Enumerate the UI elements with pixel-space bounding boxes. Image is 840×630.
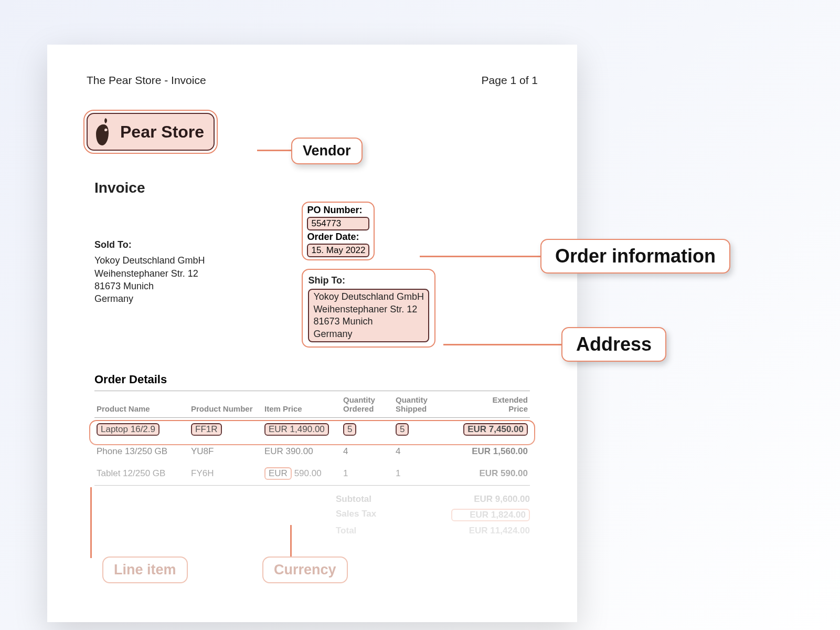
sold-to-label: Sold To: (94, 238, 205, 251)
connector-line (290, 525, 292, 556)
order-table: Product Name Product Number Item Price Q… (94, 391, 530, 486)
vendor-name: Pear Store (120, 122, 204, 142)
line-qty-ordered: 4 (341, 441, 394, 462)
sold-to-street: Weihenstephaner Str. 12 (94, 267, 205, 280)
tax-value: EUR 1,824.00 (451, 509, 530, 521)
ship-to-street: Weihenstephaner Str. 12 (313, 303, 423, 316)
page-indicator: Page 1 of 1 (482, 74, 538, 87)
order-date-value: 15. May 2022 (307, 244, 369, 257)
line-extended-price: EUR 590.00 (446, 462, 530, 485)
subtotal-label: Subtotal (336, 494, 420, 505)
vendor-callout: Vendor (291, 138, 363, 164)
currency-highlight: EUR (264, 467, 292, 480)
col-qty-shipped: QuantityShipped (394, 391, 446, 418)
table-row: Laptop 16/2.9 FF1R EUR 1,490.00 5 5 EUR … (94, 418, 530, 442)
connector-line (420, 256, 543, 257)
right-info-column: PO Number: 554773 Order Date: 15. May 20… (302, 207, 435, 348)
sold-to-country: Germany (94, 292, 205, 305)
line-extended-price: EUR 1,560.00 (446, 441, 530, 462)
order-info-block: PO Number: 554773 Order Date: 15. May 20… (302, 202, 435, 260)
col-product-name: Product Name (94, 391, 189, 418)
ship-to-country: Germany (313, 328, 423, 340)
line-item-price: EUR 390.00 (262, 441, 341, 462)
line-qty-shipped: 4 (394, 441, 446, 462)
table-row: Phone 13/250 GB YU8F EUR 390.00 4 4 EUR … (94, 441, 530, 462)
line-product-number: FY6H (189, 462, 262, 485)
col-extended-price: ExtendedPrice (446, 391, 530, 418)
vendor-logo-box: Pear Store (87, 113, 215, 151)
order-info-highlight: PO Number: 554773 Order Date: 15. May 20… (302, 202, 375, 260)
po-number-value: 554773 (307, 217, 369, 230)
subtotal-value: EUR 9,600.00 (451, 494, 530, 505)
line-qty-shipped: 5 (396, 423, 409, 436)
pear-icon (93, 117, 114, 146)
connector-line (90, 487, 92, 558)
order-details-section: Order Details Product Name Product Numbe… (94, 373, 530, 486)
ship-to-name: Yokoy Deutschland GmbH (313, 291, 423, 303)
sold-to-city: 81673 Munich (94, 280, 205, 292)
line-item-price: EUR 590.00 (262, 462, 341, 485)
sold-to-block: Sold To: Yokoy Deutschland GmbH Weihenst… (94, 238, 205, 305)
line-qty-ordered: 5 (343, 423, 356, 436)
total-label: Total (336, 526, 420, 536)
line-product-name: Phone 13/250 GB (94, 441, 189, 462)
line-extended-price: EUR 7,450.00 (463, 423, 528, 436)
line-item-callout: Line item (102, 556, 188, 583)
connector-line (443, 344, 564, 345)
line-product-name: Tablet 12/250 GB (94, 462, 189, 485)
order-info-callout: Order information (540, 239, 730, 274)
ship-to-label: Ship To: (308, 274, 429, 287)
invoice-page: The Pear Store - Invoice Page 1 of 1 Pea… (47, 45, 577, 622)
line-item-price: EUR 1,490.00 (264, 423, 329, 436)
currency-callout: Currency (262, 556, 348, 583)
table-row: Tablet 12/250 GB FY6H EUR 590.00 1 1 EUR… (94, 462, 530, 485)
col-qty-ordered: QuantityOrdered (341, 391, 394, 418)
connector-line (257, 150, 294, 151)
ship-to-address: Yokoy Deutschland GmbH Weihenstephaner S… (308, 289, 429, 342)
line-product-number: YU8F (189, 441, 262, 462)
po-number-label: PO Number: (307, 205, 369, 216)
ship-to-block: Ship To: Yokoy Deutschland GmbH Weihenst… (302, 269, 435, 348)
line-qty-shipped: 1 (394, 462, 446, 485)
address-callout: Address (561, 327, 666, 362)
order-date-label: Order Date: (307, 232, 369, 243)
invoice-heading: Invoice (94, 180, 577, 196)
col-item-price: Item Price (262, 391, 341, 418)
line-product-number: FF1R (191, 423, 222, 436)
line-qty-ordered: 1 (341, 462, 394, 485)
total-value: EUR 11,424.00 (451, 526, 530, 536)
col-product-number: Product Number (189, 391, 262, 418)
ship-to-city: 81673 Munich (313, 316, 423, 328)
order-details-heading: Order Details (94, 373, 530, 386)
tax-label: Sales Tax (336, 509, 420, 521)
info-row: Sold To: Yokoy Deutschland GmbH Weihenst… (47, 207, 577, 348)
page-header: The Pear Store - Invoice Page 1 of 1 (47, 74, 577, 87)
line-product-name: Laptop 16/2.9 (97, 423, 160, 436)
totals-block: SubtotalEUR 9,600.00 Sales TaxEUR 1,824.… (47, 494, 530, 536)
document-title: The Pear Store - Invoice (87, 74, 206, 87)
sold-to-name: Yokoy Deutschland GmbH (94, 254, 205, 267)
ship-to-highlight: Ship To: Yokoy Deutschland GmbH Weihenst… (302, 269, 435, 348)
